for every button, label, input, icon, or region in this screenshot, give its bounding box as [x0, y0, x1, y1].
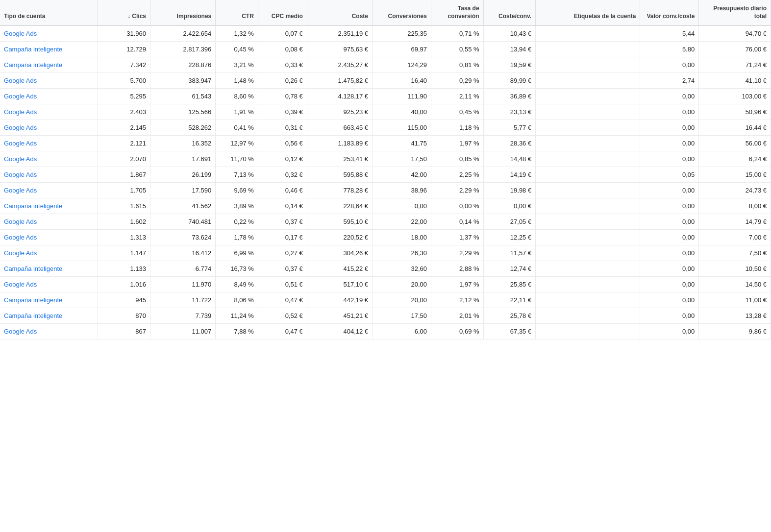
cell-cpc: 0,12 € — [258, 151, 307, 167]
cell-impresiones: 125.566 — [150, 104, 216, 120]
cell-tipo: Campaña inteligente — [0, 42, 98, 57]
cell-ctr: 3,89 % — [216, 198, 258, 214]
cell-tasa: 0,55 % — [431, 42, 483, 57]
cell-presupuesto: 10,50 € — [699, 261, 771, 277]
col-header-valor: Valor conv./coste — [640, 0, 699, 25]
col-header-clics[interactable]: ↓ Clics — [98, 0, 150, 25]
cell-coste: 404,12 € — [307, 324, 372, 339]
cell-coste: 778,28 € — [307, 183, 372, 198]
cell-valor: 0,00 — [640, 230, 699, 245]
cell-etiquetas — [536, 167, 640, 183]
cell-costeconv: 28,36 € — [483, 136, 536, 151]
cell-etiquetas — [536, 57, 640, 73]
table-row: Google Ads1.86726.1997,13 %0,32 €595,88 … — [0, 167, 771, 183]
cell-presupuesto: 94,70 € — [699, 25, 771, 42]
cell-conversiones: 0,00 — [373, 198, 431, 214]
cell-impresiones: 16.352 — [150, 136, 216, 151]
table-row: Google Ads2.12116.35212,97 %0,56 €1.183,… — [0, 136, 771, 151]
cell-coste: 4.128,17 € — [307, 89, 372, 104]
cell-etiquetas — [536, 230, 640, 245]
cell-valor: 0,00 — [640, 277, 699, 292]
cell-ctr: 8,49 % — [216, 277, 258, 292]
cell-conversiones: 17,50 — [373, 151, 431, 167]
cell-coste: 451,21 € — [307, 308, 372, 324]
cell-coste: 595,88 € — [307, 167, 372, 183]
cell-etiquetas — [536, 214, 640, 230]
cell-cpc: 0,31 € — [258, 120, 307, 136]
col-header-tasa: Tasa de conversión — [431, 0, 483, 25]
cell-cpc: 0,17 € — [258, 230, 307, 245]
cell-etiquetas — [536, 151, 640, 167]
cell-impresiones: 61.543 — [150, 89, 216, 104]
cell-tasa: 2,25 % — [431, 167, 483, 183]
cell-tasa: 0,81 % — [431, 57, 483, 73]
cell-conversiones: 40,00 — [373, 104, 431, 120]
cell-coste: 2.435,27 € — [307, 57, 372, 73]
table-row: Google Ads2.07017.69111,70 %0,12 €253,41… — [0, 151, 771, 167]
table-row: Campaña inteligente8707.73911,24 %0,52 €… — [0, 308, 771, 324]
col-header-costeconv: Coste/conv. — [483, 0, 536, 25]
cell-cpc: 0,27 € — [258, 245, 307, 261]
cell-tasa: 0,29 % — [431, 73, 483, 89]
cell-clics: 1.705 — [98, 183, 150, 198]
cell-costeconv: 19,59 € — [483, 57, 536, 73]
cell-impresiones: 11.970 — [150, 277, 216, 292]
table-row: Campaña inteligente7.342228.8763,21 %0,3… — [0, 57, 771, 73]
cell-etiquetas — [536, 261, 640, 277]
cell-cpc: 0,07 € — [258, 25, 307, 42]
cell-valor: 0,00 — [640, 245, 699, 261]
cell-etiquetas — [536, 136, 640, 151]
cell-cpc: 0,37 € — [258, 214, 307, 230]
cell-clics: 7.342 — [98, 57, 150, 73]
cell-presupuesto: 13,28 € — [699, 308, 771, 324]
cell-costeconv: 12,74 € — [483, 261, 536, 277]
cell-clics: 870 — [98, 308, 150, 324]
cell-costeconv: 11,57 € — [483, 245, 536, 261]
cell-valor: 0,00 — [640, 308, 699, 324]
cell-tasa: 2,88 % — [431, 261, 483, 277]
cell-impresiones: 17.590 — [150, 183, 216, 198]
cell-costeconv: 0,00 € — [483, 198, 536, 214]
cell-coste: 975,63 € — [307, 42, 372, 57]
cell-valor: 0,05 — [640, 167, 699, 183]
cell-conversiones: 41,75 — [373, 136, 431, 151]
cell-ctr: 1,78 % — [216, 230, 258, 245]
cell-valor: 2,74 — [640, 73, 699, 89]
cell-cpc: 0,47 € — [258, 324, 307, 339]
col-header-tipo: Tipo de cuenta — [0, 0, 98, 25]
cell-clics: 2.145 — [98, 120, 150, 136]
cell-presupuesto: 24,73 € — [699, 183, 771, 198]
cell-etiquetas — [536, 292, 640, 308]
table-row: Google Ads2.145528.2620,41 %0,31 €663,45… — [0, 120, 771, 136]
cell-tipo: Google Ads — [0, 167, 98, 183]
cell-ctr: 0,45 % — [216, 42, 258, 57]
table-row: Google Ads5.700383.9471,48 %0,26 €1.475,… — [0, 73, 771, 89]
col-header-coste: Coste — [307, 0, 372, 25]
cell-ctr: 8,60 % — [216, 89, 258, 104]
cell-tasa: 2,01 % — [431, 308, 483, 324]
cell-cpc: 0,78 € — [258, 89, 307, 104]
cell-tasa: 0,14 % — [431, 214, 483, 230]
cell-ctr: 12,97 % — [216, 136, 258, 151]
cell-valor: 0,00 — [640, 151, 699, 167]
cell-tipo: Google Ads — [0, 120, 98, 136]
cell-conversiones: 16,40 — [373, 73, 431, 89]
cell-clics: 5.700 — [98, 73, 150, 89]
cell-impresiones: 7.739 — [150, 308, 216, 324]
cell-tipo: Google Ads — [0, 104, 98, 120]
cell-impresiones: 17.691 — [150, 151, 216, 167]
cell-clics: 945 — [98, 292, 150, 308]
cell-etiquetas — [536, 25, 640, 42]
cell-tasa: 2,29 % — [431, 245, 483, 261]
cell-tipo: Campaña inteligente — [0, 292, 98, 308]
cell-clics: 1.602 — [98, 214, 150, 230]
cell-etiquetas — [536, 120, 640, 136]
cell-conversiones: 22,00 — [373, 214, 431, 230]
cell-conversiones: 18,00 — [373, 230, 431, 245]
cell-coste: 2.351,19 € — [307, 25, 372, 42]
cell-tipo: Google Ads — [0, 324, 98, 339]
cell-tasa: 1,37 % — [431, 230, 483, 245]
cell-etiquetas — [536, 245, 640, 261]
col-header-conversiones: Conversiones — [373, 0, 431, 25]
cell-etiquetas — [536, 324, 640, 339]
